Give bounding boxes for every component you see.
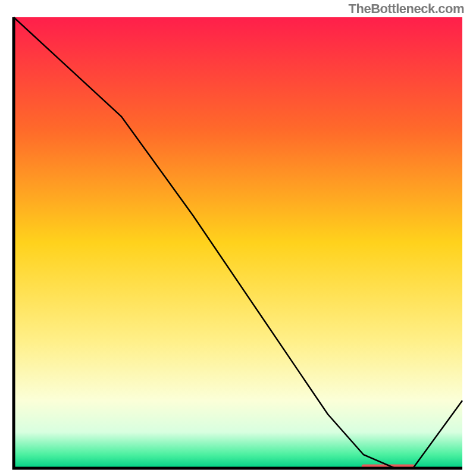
plot-background <box>14 17 462 468</box>
chart-svg <box>12 15 464 470</box>
chart-container <box>12 15 464 470</box>
attribution-text: TheBottleneck.com <box>349 1 464 17</box>
